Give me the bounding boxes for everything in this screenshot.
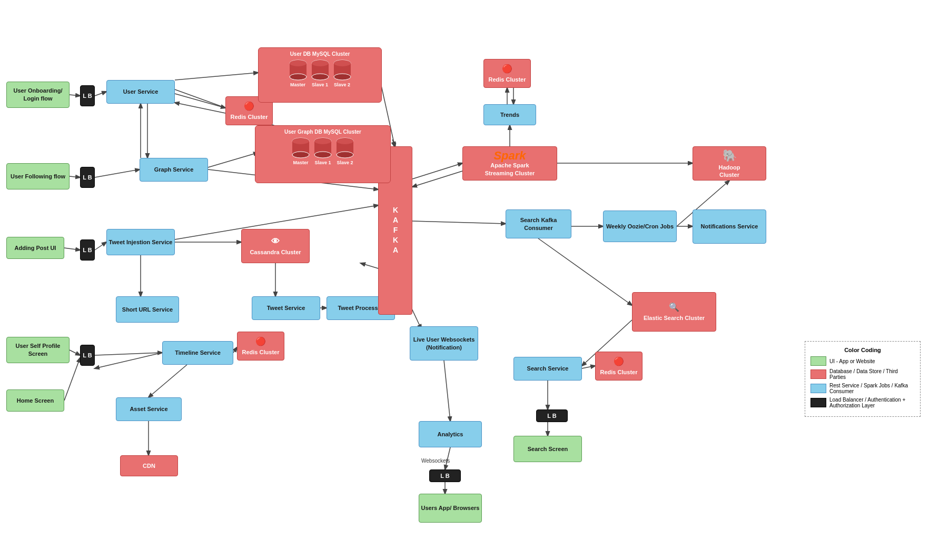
graph-service-node: Graph Service [140, 158, 208, 182]
redis_user-icon: 🔴 [244, 101, 254, 112]
lb1-label: L B [83, 92, 92, 100]
redis-search-node: 🔴Redis Cluster [595, 352, 642, 381]
user_self_profile-label: User Self Profile Screen [7, 342, 69, 358]
users-app-node: Users App/ Browsers [419, 494, 482, 523]
svg-line-8 [95, 353, 162, 355]
hadoop-icon: 🐘 [723, 148, 737, 164]
legend: Color Coding UI - App or Website Databas… [805, 341, 921, 417]
spark-label: Apache Spark Streaming Cluster [485, 162, 535, 177]
tweet_service-label: Tweet Service [267, 304, 305, 312]
trends-label: Trends [500, 111, 519, 119]
page-title [0, 0, 949, 9]
adding-post-node: Adding Post UI [6, 237, 64, 259]
svg-line-43 [444, 361, 450, 421]
redis-top-node: 🔴Redis Cluster [483, 59, 531, 88]
home-screen-node: Home Screen [6, 389, 64, 412]
svg-point-68 [314, 138, 331, 144]
lb_analytics-label: L B [440, 472, 450, 480]
live_user_ws-label: Live User Websockets (Notification) [410, 336, 478, 352]
svg-line-46 [361, 263, 378, 268]
svg-line-2 [70, 176, 80, 177]
short_url-label: Short URL Service [122, 306, 173, 314]
cdn-label: CDN [143, 462, 155, 470]
svg-line-7 [64, 358, 80, 401]
graph-master-cylinder: Master [291, 137, 310, 165]
svg-line-28 [412, 221, 506, 224]
adding_post-label: Adding Post UI [15, 244, 56, 252]
users_app-label: Users App/ Browsers [421, 504, 480, 512]
user-onboarding-node: User Onboarding/ Login flow [6, 82, 70, 108]
redis_timeline-icon: 🔴 [255, 336, 266, 347]
master-cylinder: Master [289, 59, 308, 87]
svg-line-47 [392, 139, 395, 146]
lb2-label: L B [83, 174, 92, 182]
user-db-cylinders: Master Slave 1 Slave 2 [289, 59, 352, 87]
user-graph-db-cylinders: Master Slave 1 Slave 2 [291, 137, 354, 165]
hadoop-node: 🐘Hadoop Cluster [693, 146, 766, 181]
lb1-node: L B [80, 85, 95, 106]
legend-green-label: UI - App or Website [829, 358, 875, 364]
svg-line-5 [95, 242, 106, 250]
user-self-profile-node: User Self Profile Screen [6, 337, 70, 363]
notifications-label: Notifications Service [701, 223, 758, 231]
cassandra-icon: 👁 [271, 236, 280, 247]
lb2-node: L B [80, 167, 95, 188]
spark-node: SparkApache Spark Streaming Cluster [462, 146, 557, 181]
tweet-injection-node: Tweet Injestion Service [106, 229, 175, 255]
svg-point-67 [314, 152, 331, 158]
trends-node: Trends [483, 104, 536, 125]
lb4-node: L B [80, 345, 95, 366]
short-url-node: Short URL Service [116, 296, 179, 323]
weekly-oozie-node: Weekly Oozie/Cron Jobs [603, 211, 677, 242]
svg-point-59 [334, 74, 351, 80]
cassandra-node: 👁Cassandra Cluster [241, 229, 310, 263]
slave1-cylinder: Slave 1 [311, 59, 330, 87]
user_onboarding-label: User Onboarding/ Login flow [7, 87, 69, 103]
hadoop-label: Hadoop Cluster [719, 164, 740, 179]
cdn-node: CDN [120, 455, 178, 476]
legend-black: Load Balancer / Authentication + Authori… [810, 397, 915, 408]
user-db-group: User DB MySQL Cluster Master Slave 1 Sla… [258, 47, 382, 103]
timeline_service-label: Timeline Service [175, 349, 221, 357]
redis_top-icon: 🔴 [502, 63, 512, 75]
user_following-label: User Following flow [11, 173, 65, 181]
svg-point-56 [312, 60, 329, 66]
graph_service-label: Graph Service [154, 166, 194, 174]
legend-green: UI - App or Website [810, 356, 915, 366]
lb3-label: L B [83, 246, 92, 254]
websockets-label: Websockets [421, 458, 450, 464]
graph-slave1-cylinder: Slave 1 [313, 137, 332, 165]
asset_service-label: Asset Service [130, 405, 167, 413]
elastic-search-node: 🔍Elastic Search Cluster [632, 292, 716, 332]
svg-line-12 [208, 153, 258, 167]
svg-line-11 [175, 103, 225, 113]
timeline-service-node: Timeline Service [162, 341, 233, 365]
graph-slave2-cylinder: Slave 2 [335, 137, 354, 165]
spark-logo: Spark [493, 150, 526, 162]
search-kafka-node: Search Kafka Consumer [506, 209, 571, 238]
legend-blue: Rest Service / Spark Jobs / Kafka Consum… [810, 383, 915, 394]
svg-line-31 [582, 366, 595, 368]
lb4-label: L B [83, 352, 92, 359]
lb-search-node: L B [536, 409, 568, 422]
svg-line-22 [412, 163, 462, 179]
weekly_oozie-label: Weekly Oozie/Cron Jobs [606, 223, 674, 231]
user-service-node: User Service [106, 80, 175, 104]
legend-title: Color Coding [810, 347, 915, 353]
redis_search-icon: 🔴 [614, 356, 624, 367]
cassandra-label: Cassandra Cluster [250, 248, 301, 256]
live-user-ws-node: Live User Websockets (Notification) [410, 326, 478, 361]
search-screen-node: Search Screen [513, 436, 582, 462]
search_screen-label: Search Screen [528, 445, 568, 453]
tweet-service-node: Tweet Service [252, 296, 320, 320]
search-service-node: Search Service [513, 357, 582, 381]
lb3-node: L B [80, 239, 95, 261]
svg-line-10 [175, 94, 225, 108]
legend-red: Database / Data Store / Third Parties [810, 368, 915, 380]
svg-point-71 [337, 152, 353, 158]
home_screen-label: Home Screen [17, 397, 54, 405]
svg-point-64 [292, 138, 309, 144]
user-graph-db-title: User Graph DB MySQL Cluster [284, 129, 361, 135]
user-following-node: User Following flow [6, 163, 70, 189]
legend-blue-label: Rest Service / Spark Jobs / Kafka Consum… [829, 383, 915, 394]
